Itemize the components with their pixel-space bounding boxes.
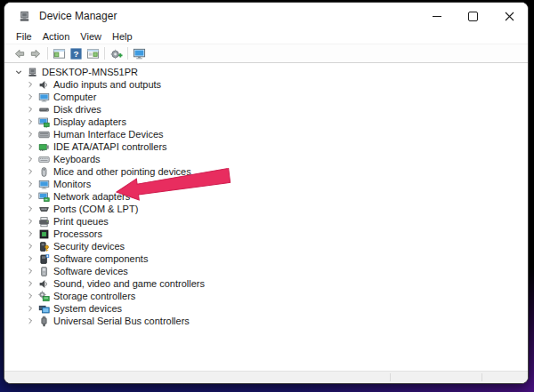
close-button[interactable] — [491, 3, 528, 29]
chevron-right-icon — [25, 204, 36, 214]
tree-item-security-devices[interactable]: Security devices — [4, 240, 528, 252]
system-device-icon — [38, 303, 50, 315]
chevron-right-icon[interactable] — [25, 79, 36, 90]
chevron-right-icon[interactable] — [25, 316, 36, 326]
tree-item-ide-ata-atapi-controllers[interactable]: IDE ATA/ATAPI controllers — [4, 140, 528, 153]
chevron-right-icon — [25, 241, 36, 252]
toolbar-action-pane-button[interactable] — [85, 45, 101, 61]
cpu-icon — [38, 228, 50, 240]
title-bar[interactable]: Device Manager — [4, 3, 528, 29]
tree-item-storage-controllers[interactable]: Storage controllers — [4, 290, 528, 302]
chevron-right-icon — [25, 92, 36, 102]
mouse-icon — [38, 166, 50, 178]
toolbar-separator — [104, 47, 105, 60]
system-device-icon — [38, 303, 50, 315]
computer-root-icon — [27, 67, 38, 78]
toolbar-console-tree-button[interactable] — [51, 45, 68, 61]
chevron-right-icon[interactable] — [25, 291, 36, 301]
chevron-right-icon[interactable] — [25, 241, 36, 252]
chevron-right-icon — [25, 191, 36, 202]
chevron-right-icon[interactable] — [25, 253, 36, 264]
tree-item-software-components[interactable]: Software components — [4, 252, 528, 265]
help-icon: ? — [69, 47, 83, 60]
chevron-right-icon — [25, 303, 36, 314]
tree-item-software-devices[interactable]: Software devices — [4, 265, 528, 277]
speaker-icon — [38, 278, 50, 290]
toolbar-separator — [47, 47, 48, 60]
toolbar-computer-view-button[interactable] — [131, 45, 148, 61]
toolbar-help-button[interactable]: ? — [68, 45, 85, 61]
tree-item-sound-video-and-game-controllers[interactable]: Sound, video and game controllers — [4, 277, 528, 290]
close-icon — [505, 12, 514, 21]
chevron-right-icon[interactable] — [25, 141, 36, 152]
toolbar-back-button[interactable] — [11, 45, 28, 61]
tree-item-desktop-mns51pr[interactable]: DESKTOP-MNS51PR — [4, 66, 528, 78]
usb-icon — [38, 316, 50, 327]
tree-item-system-devices[interactable]: System devices — [4, 302, 528, 315]
usb-icon — [38, 316, 50, 327]
chevron-right-icon[interactable] — [25, 129, 36, 140]
chevron-right-icon[interactable] — [25, 266, 36, 276]
minimize-button[interactable] — [418, 3, 455, 29]
chevron-right-icon[interactable] — [25, 104, 36, 115]
monitor-icon — [38, 179, 50, 190]
tree-item-label: Software devices — [53, 266, 128, 276]
chevron-right-icon — [25, 166, 36, 177]
chevron-right-icon — [25, 291, 36, 301]
menu-view[interactable]: View — [75, 31, 107, 42]
tree-item-universal-serial-bus-controllers[interactable]: Universal Serial Bus controllers — [4, 315, 528, 327]
ide-controller-icon — [38, 141, 50, 153]
storage-controller-icon — [38, 291, 50, 302]
chevron-right-icon[interactable] — [25, 92, 36, 102]
security-device-icon — [38, 241, 50, 252]
tree-item-ports-com-lpt[interactable]: Ports (COM & LPT) — [4, 203, 528, 215]
tree-item-label: Software components — [53, 253, 148, 264]
chevron-right-icon[interactable] — [25, 204, 36, 214]
console-tree-icon — [53, 47, 66, 60]
tree-item-label: Storage controllers — [53, 291, 135, 301]
tree-item-label: Human Interface Devices — [53, 129, 164, 140]
menu-file[interactable]: File — [11, 31, 37, 42]
toolbar-forward-button[interactable] — [28, 45, 44, 61]
chevron-right-icon[interactable] — [25, 303, 36, 314]
statusbar-divider — [390, 373, 391, 381]
chevron-right-icon[interactable] — [25, 228, 36, 239]
chevron-right-icon[interactable] — [25, 179, 36, 189]
chevron-right-icon — [25, 179, 36, 189]
chevron-right-icon[interactable] — [25, 166, 36, 177]
software-device-icon — [38, 266, 50, 277]
device-tree: DESKTOP-MNS51PRAudio inputs and outputsC… — [4, 63, 528, 327]
chevron-right-icon[interactable] — [25, 116, 36, 127]
tree-item-print-queues[interactable]: Print queues — [4, 215, 528, 228]
chevron-right-icon — [25, 104, 36, 115]
tree-item-computer[interactable]: Computer — [4, 91, 528, 103]
tree-item-mice-and-other-pointing-devices[interactable]: Mice and other pointing devices — [4, 165, 528, 178]
tree-item-label: Ports (COM & LPT) — [53, 204, 138, 214]
toolbar-separator — [127, 47, 128, 60]
tree-item-human-interface-devices[interactable]: Human Interface Devices — [4, 128, 528, 140]
tree-item-network-adapters[interactable]: Network adapters — [4, 190, 528, 203]
tree-item-label: Mice and other pointing devices — [53, 166, 191, 177]
chevron-down-icon[interactable] — [13, 67, 24, 77]
mouse-icon — [38, 166, 50, 178]
menu-action[interactable]: Action — [37, 31, 76, 42]
chevron-right-icon[interactable] — [25, 278, 36, 289]
tree-item-disk-drives[interactable]: Disk drives — [4, 103, 528, 116]
tree-item-monitors[interactable]: Monitors — [4, 178, 528, 190]
toolbar-scan-hardware-button[interactable] — [108, 45, 125, 61]
chevron-right-icon[interactable] — [25, 191, 36, 202]
tree-item-display-adapters[interactable]: Display adapters — [4, 116, 528, 128]
tree-item-label: Print queues — [53, 216, 109, 227]
menu-help[interactable]: Help — [107, 31, 138, 42]
monitor-icon — [38, 92, 50, 103]
chevron-right-icon — [25, 266, 36, 276]
tree-item-audio-inputs-and-outputs[interactable]: Audio inputs and outputs — [4, 78, 528, 91]
tree-item-keyboards[interactable]: Keyboards — [4, 153, 528, 165]
chevron-right-icon[interactable] — [25, 154, 36, 164]
chevron-right-icon — [25, 253, 36, 264]
maximize-button[interactable] — [455, 3, 491, 29]
device-manager-app-icon — [18, 10, 31, 23]
window-title: Device Manager — [39, 10, 418, 22]
chevron-right-icon[interactable] — [25, 216, 36, 227]
tree-item-processors[interactable]: Processors — [4, 228, 528, 240]
